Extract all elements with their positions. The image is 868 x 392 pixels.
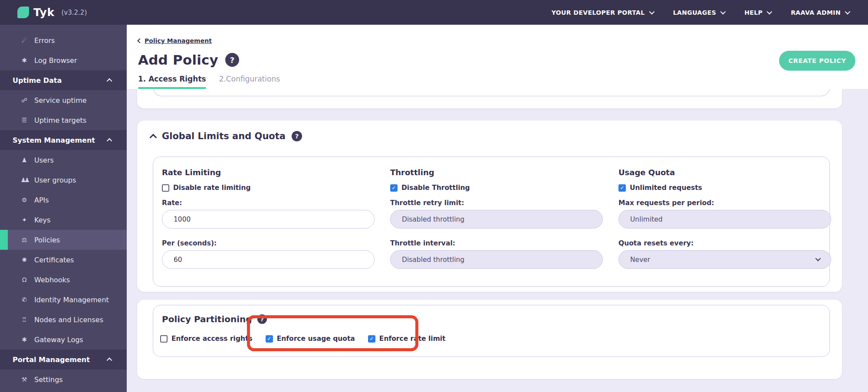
sidebar-item-service-uptime[interactable]: ☍Service uptime (0, 90, 127, 110)
topbar-menu-languages[interactable]: LANGUAGES (673, 9, 724, 16)
sidebar-item-label: Nodes and Licenses (34, 316, 103, 324)
policy-partitioning-checkboxes: ✓Enforce access rights✓Enforce usage quo… (160, 331, 446, 346)
help-question-icon[interactable]: ? (257, 314, 267, 324)
keys-icon: ✦ (20, 216, 29, 223)
quota-resets-select[interactable]: Never (618, 250, 831, 269)
bank-icon: ♖ (20, 316, 29, 323)
bomb-icon: ☄ (20, 37, 29, 44)
checkbox-label: Enforce usage quota (277, 335, 355, 343)
disable-throttling-checkbox-row[interactable]: ✓ Disable Throttling (390, 183, 603, 192)
sidebar-item-webhooks[interactable]: ΩWebhooks (0, 270, 127, 290)
collapse-chevron-up-icon[interactable] (150, 134, 157, 141)
sidebar-item-settings[interactable]: ⚒Settings (0, 369, 127, 389)
unlimited-requests-checkbox-row[interactable]: ✓ Unlimited requests (618, 183, 831, 192)
sidebar-item-user-groups[interactable]: ♟♟User groups (0, 170, 127, 190)
section-label: System Management (13, 136, 95, 144)
sidebar-item-certificates[interactable]: ✺Certificates (0, 250, 127, 270)
sidebar-item-identity-management[interactable]: ✆Identity Management (0, 290, 127, 310)
sidebar-item-keys[interactable]: ✦Keys (0, 210, 127, 230)
sidebar-item-apis[interactable]: ⚙APIs (0, 190, 127, 210)
checkbox-label: Enforce rate limit (379, 335, 446, 343)
bell-icon: Ω (20, 276, 29, 283)
sidebar-item-label: Gateway Logs (34, 336, 83, 344)
checkbox-label: Enforce access rights (171, 335, 253, 343)
sidebar-item-label: Settings (34, 376, 63, 384)
checkbox-icon[interactable]: ✓ (266, 335, 273, 343)
tabs: 1. Access Rights 2.Configurations (138, 75, 280, 88)
tab-configurations[interactable]: 2.Configurations (219, 75, 280, 88)
checkbox-label: Disable rate limiting (173, 184, 251, 192)
create-policy-button[interactable]: CREATE POLICY (779, 51, 855, 71)
per-seconds-label: Per (seconds): (162, 239, 375, 248)
sidebar-item-policies[interactable]: ⚖Policies (0, 230, 127, 250)
chevron-down-icon (649, 9, 654, 15)
policy-partitioning-card: Policy Partitioning ? ✓Enforce access ri… (137, 300, 842, 379)
tab-access-rights[interactable]: 1. Access Rights (138, 75, 206, 88)
checkbox-row-enforce-access-rights[interactable]: ✓Enforce access rights (160, 334, 253, 343)
breadcrumb[interactable]: Policy Management (138, 37, 212, 44)
sidebar-item-label: Users (34, 156, 54, 164)
checkbox-row-enforce-rate-limit[interactable]: ✓Enforce rate limit (368, 334, 446, 343)
policy-partitioning-title: Policy Partitioning (162, 314, 252, 324)
user-group-icon: ♟♟ (20, 176, 29, 183)
sidebar-item-label: Errors (34, 36, 55, 45)
sidebar-item-label: Identity Management (34, 296, 109, 304)
menu-label: HELP (744, 9, 763, 16)
sidebar-item-label: APIs (34, 196, 49, 204)
checkbox-icon[interactable]: ✓ (368, 335, 375, 343)
rate-label: Rate: (162, 199, 375, 207)
throttle-retry-limit-input: Disabled throttling (390, 210, 603, 229)
version-label: (v3.2.2) (62, 9, 87, 16)
policy-partitioning-header: Policy Partitioning ? (162, 314, 267, 324)
global-limits-header: Global Limits and Quota ? (151, 131, 302, 141)
tyk-logo-text: Tyk (33, 6, 55, 19)
throttling-heading: Throttling (390, 167, 603, 178)
sidebar-item-gateway-logs[interactable]: ✱Gateway Logs (0, 330, 127, 350)
checkbox-icon[interactable]: ✓ (390, 184, 398, 192)
quota-resets-label: Quota resets every: (618, 239, 831, 248)
gears-icon: ⚙ (20, 196, 29, 203)
chevron-up-icon (107, 357, 112, 363)
menu-label: RAAVA ADMIN (791, 9, 841, 16)
page-title-row: Add Policy ? (138, 52, 239, 68)
rate-input[interactable]: 1000 (162, 210, 375, 229)
throttling-column: Throttling ✓ Disable Throttling Throttle… (390, 157, 603, 269)
checkbox-row-enforce-usage-quota[interactable]: ✓Enforce usage quota (266, 334, 355, 343)
sidebar-item-uptime-targets[interactable]: ☰Uptime targets (0, 110, 127, 130)
menu-label: YOUR DEVELOPER PORTAL (552, 9, 645, 16)
sidebar-item-errors[interactable]: ☄Errors (0, 30, 127, 50)
help-question-icon[interactable]: ? (292, 131, 302, 141)
policy-partitioning-box: Policy Partitioning ? ✓Enforce access ri… (153, 305, 830, 357)
sidebar-item-users[interactable]: ♟Users (0, 150, 127, 170)
checkbox-icon[interactable]: ✓ (618, 184, 626, 192)
limits-box: Rate Limiting ✓ Disable rate limiting Ra… (153, 157, 830, 287)
sidebar-item-label: Uptime targets (34, 116, 86, 124)
chevron-left-icon (137, 38, 142, 43)
global-limits-card: Global Limits and Quota ? Rate Limiting … (137, 121, 842, 292)
sidebar-item-nodes-and-licenses[interactable]: ♖Nodes and Licenses (0, 310, 127, 330)
topbar-menu-help[interactable]: HELP (744, 9, 771, 16)
sidebar-section-portal-management[interactable]: Portal Management (0, 350, 127, 369)
per-seconds-input[interactable]: 60 (162, 250, 375, 269)
tyk-dashboard-screen: Tyk (v3.2.2) YOUR DEVELOPER PORTALLANGUA… (0, 0, 868, 392)
certificate-icon: ✺ (20, 256, 29, 263)
topbar-menu: YOUR DEVELOPER PORTALLANGUAGESHELPRAAVA … (552, 9, 868, 16)
global-limits-title: Global Limits and Quota (162, 131, 286, 141)
bug-icon: ✱ (20, 57, 29, 64)
sidebar-section-system-management[interactable]: System Management (0, 130, 127, 150)
checkbox-icon[interactable]: ✓ (160, 335, 168, 343)
topbar-menu-raava-admin[interactable]: RAAVA ADMIN (791, 9, 849, 16)
topbar-menu-your-developer-portal[interactable]: YOUR DEVELOPER PORTAL (552, 9, 653, 16)
disable-rate-limiting-checkbox-row[interactable]: ✓ Disable rate limiting (162, 183, 375, 192)
sidebar-item-log-browser[interactable]: ✱Log Browser (0, 50, 127, 70)
sidebar-section-uptime-data[interactable]: Uptime Data (0, 70, 127, 90)
list-icon: ☰ (20, 117, 29, 124)
help-question-icon[interactable]: ? (225, 53, 239, 67)
throttle-retry-limit-label: Throttle retry limit: (390, 199, 603, 207)
policy-icon: ⚖ (20, 236, 29, 243)
section-label: Uptime Data (13, 76, 62, 85)
rate-limiting-column: Rate Limiting ✓ Disable rate limiting Ra… (162, 157, 375, 269)
tyk-logo[interactable]: Tyk (v3.2.2) (0, 6, 87, 19)
identity-icon: ✆ (20, 296, 29, 303)
checkbox-icon[interactable]: ✓ (162, 184, 169, 192)
